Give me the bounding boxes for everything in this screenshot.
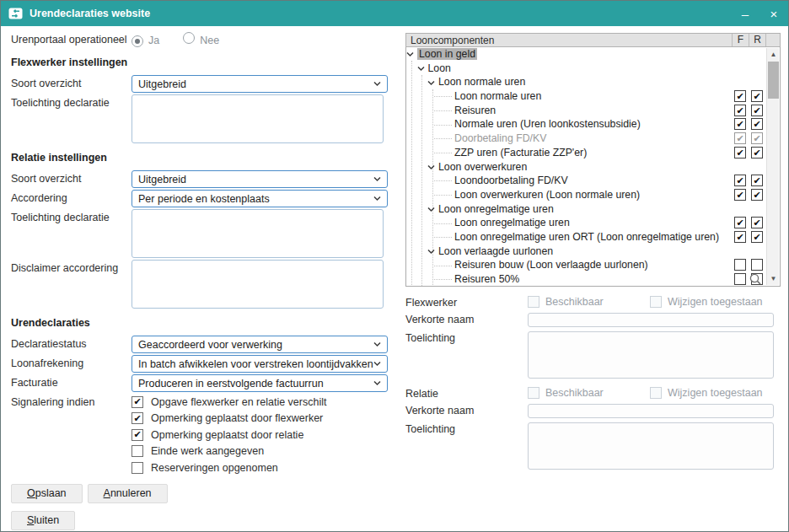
tree-checkbox-f[interactable] <box>734 259 746 271</box>
relatie-verkorte-naam-input[interactable] <box>528 404 774 418</box>
tree-item[interactable]: Loon normale uren <box>406 75 780 89</box>
dropdown-value: In batch afwikkelen voor verstreken loon… <box>138 358 373 370</box>
minimize-button[interactable]: – <box>731 1 759 26</box>
checkbox[interactable]: ✔ <box>132 429 143 441</box>
tree-item[interactable]: Doorbetaling FD/KV✔✔ <box>406 132 780 146</box>
checkbox-label: Opmerking geplaatst door relatie <box>151 429 303 441</box>
dropdown-declaratiestatus[interactable]: Geaccordeerd voor verwerking <box>132 336 388 353</box>
looncomponenten-panel: Looncomponenten F R Loon in geldLoonLoon… <box>405 33 781 474</box>
tree-item[interactable]: Loon onregelmatige uren✔✔ <box>406 216 780 230</box>
tree-item[interactable]: Loon overwerkuren (Loon normale uren)✔✔ <box>406 188 780 202</box>
tree-checkbox-r[interactable] <box>751 259 763 271</box>
tree-checkbox-f[interactable]: ✔ <box>734 231 746 243</box>
chevron-down-icon[interactable] <box>373 361 381 367</box>
chevron-down-icon[interactable] <box>373 380 381 386</box>
textarea-disclaimer-accordering[interactable] <box>132 260 384 309</box>
dropdown-accordering[interactable]: Per periode en kostenplaats <box>132 190 388 207</box>
flexwerker-verkorte-naam-input[interactable] <box>528 313 774 327</box>
field-label: Accordering <box>11 190 132 207</box>
dropdown-soort-overzicht[interactable]: Uitgebreid <box>132 170 388 188</box>
radio-ja[interactable] <box>132 35 143 47</box>
tree-item[interactable]: Loon verlaagde uurlonen <box>406 245 780 259</box>
looncomponenten-tree: Loon in geldLoonLoon normale urenLoon no… <box>405 47 781 287</box>
chevron-down-icon[interactable] <box>373 196 381 202</box>
tree-item[interactable]: Loon onregelmatige uren <box>406 202 780 217</box>
chevron-down-icon[interactable] <box>427 164 435 170</box>
tree-item[interactable]: Reisuren 50% <box>406 272 780 287</box>
checkbox[interactable]: ✔ <box>132 412 143 424</box>
tree-checkbox-r[interactable]: ✔ <box>751 118 763 130</box>
dropdown-soort-overzicht[interactable]: Uitgebreid <box>132 75 388 93</box>
scroll-up-icon[interactable]: ▲ <box>767 49 780 60</box>
tree-checkbox-r[interactable]: ✔ <box>751 189 763 201</box>
tree-item[interactable]: Loon normale uren✔✔ <box>406 89 780 104</box>
dropdown-loonafrekening[interactable]: In batch afwikkelen voor verstreken loon… <box>132 355 388 373</box>
dropdown-value: Produceren in eerstvolgende factuurrun <box>138 378 324 390</box>
chevron-down-icon[interactable] <box>406 51 414 57</box>
scrollbar-thumb[interactable] <box>768 62 779 99</box>
radio-nee[interactable] <box>183 32 195 44</box>
tree-item[interactable]: Reisuren bouw (Loon verlaagde uurlonen) <box>406 258 780 272</box>
tree-checkbox-f[interactable]: ✔ <box>734 147 746 159</box>
tree-item[interactable]: Loon in geld <box>406 47 780 62</box>
tree-checkbox-f[interactable]: ✔ <box>734 132 746 144</box>
tree-item[interactable]: Loon overwerkuren <box>406 160 780 175</box>
relatie-label: Relatie <box>405 387 528 400</box>
relatie-detail-section: Relatie Beschikbaar Wijzigen toegestaan … <box>405 387 781 470</box>
flexwerker-beschikbaar-checkbox[interactable] <box>528 296 539 308</box>
checkbox[interactable] <box>132 445 143 457</box>
relatie-wijzigen-checkbox[interactable] <box>650 387 662 399</box>
close-button[interactable]: × <box>759 1 788 26</box>
flexwerker-verkorte-naam-label: Verkorte naam <box>405 313 528 325</box>
cancel-button[interactable]: Annuleren <box>88 484 168 503</box>
tree-scrollbar[interactable]: ▲ ▼ <box>766 48 779 285</box>
tree-checkbox-f[interactable]: ✔ <box>734 175 746 186</box>
field-label: Soort overzicht <box>11 75 132 93</box>
dropdown-facturatie[interactable]: Produceren in eerstvolgende factuurrun <box>132 374 388 392</box>
tree-item[interactable]: Loon onregelmatige uren ORT (Loon onrege… <box>406 230 780 245</box>
tree-checkbox-r[interactable]: ✔ <box>751 90 763 102</box>
tree-checkbox-f[interactable]: ✔ <box>734 217 746 228</box>
relatie-toelichting-textarea[interactable] <box>528 422 774 470</box>
tree-checkbox-f[interactable]: ✔ <box>734 189 746 201</box>
save-button[interactable]: Opslaan <box>11 484 83 503</box>
tree-checkbox-f[interactable]: ✔ <box>734 105 746 116</box>
flexwerker-toelichting-textarea[interactable] <box>528 331 774 379</box>
textarea-toelichting-declaratie[interactable] <box>132 94 384 143</box>
chevron-down-icon[interactable] <box>417 66 425 72</box>
tree-item[interactable]: ZZP uren (Facturatie ZZP'er)✔✔ <box>406 146 780 160</box>
checkbox[interactable]: ✔ <box>132 396 143 408</box>
chevron-down-icon[interactable] <box>427 207 435 212</box>
tree-item-label: Reisuren bouw (Loon verlaagde uurlonen) <box>454 260 648 271</box>
tree-checkbox-r[interactable]: ✔ <box>751 175 763 186</box>
chevron-down-icon[interactable] <box>373 81 381 87</box>
tree-checkbox-f[interactable]: ✔ <box>734 118 746 130</box>
chevron-down-icon[interactable] <box>427 249 435 255</box>
textarea-toelichting-declaratie[interactable] <box>132 209 384 258</box>
tree-item[interactable]: Loondoorbetaling FD/KV✔✔ <box>406 174 780 188</box>
tree-checkbox-r[interactable]: ✔ <box>751 231 763 243</box>
tree-item[interactable]: Normale uren (Uren loonkostensubsidie)✔✔ <box>406 117 780 132</box>
tree-checkbox-r[interactable]: ✔ <box>751 147 763 159</box>
tree-checkbox-r[interactable]: ✔ <box>751 105 763 116</box>
tree-item[interactable]: Loon <box>406 62 780 76</box>
relatie-beschikbaar-checkbox[interactable] <box>528 387 539 399</box>
checkbox[interactable] <box>132 462 143 474</box>
chevron-down-icon[interactable] <box>373 341 381 347</box>
relatie-toelichting-label: Toelichting <box>405 422 528 435</box>
close-dialog-button[interactable]: Sluiten <box>11 511 75 530</box>
checkbox-row: ✔Opmerking geplaatst door flexwerker <box>132 411 326 427</box>
field-label: Declaratiestatus <box>11 336 132 353</box>
tree-checkbox-f[interactable]: ✔ <box>734 90 746 102</box>
tree-checkbox-r[interactable]: ✔ <box>751 217 763 228</box>
scroll-down-icon[interactable]: ▼ <box>767 273 780 284</box>
tree-item[interactable]: Reisuren✔✔ <box>406 104 780 118</box>
chevron-down-icon[interactable] <box>427 80 435 86</box>
chevron-down-icon[interactable] <box>373 176 381 182</box>
tree-connector-line <box>434 266 452 266</box>
field-row: Toelichting declaratie <box>11 94 397 143</box>
tree-checkbox-f[interactable] <box>734 273 746 285</box>
tree-checkbox-r[interactable]: ✔ <box>751 132 763 144</box>
field-row: AccorderingPer periode en kostenplaats <box>11 190 397 207</box>
flexwerker-wijzigen-checkbox[interactable] <box>650 296 662 308</box>
